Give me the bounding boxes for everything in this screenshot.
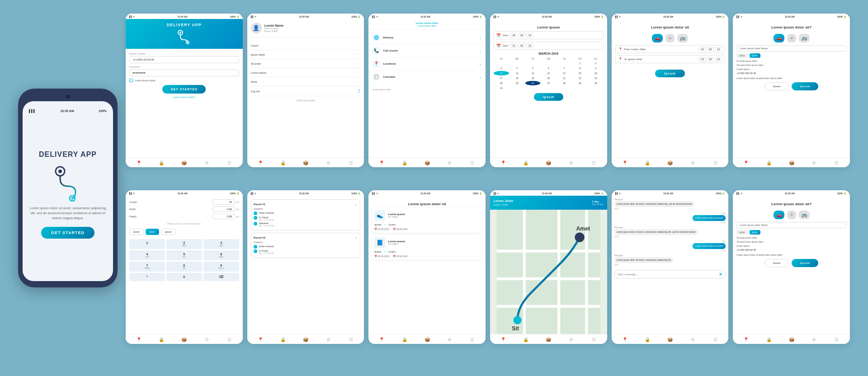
service-delivery[interactable]: 🌐 Delivery ⌄ (368, 31, 486, 44)
footer-location-icon[interactable]: 📍 (500, 337, 506, 342)
chat-input[interactable] (618, 273, 717, 276)
calendar-btn[interactable]: Ipsum (534, 93, 564, 101)
footer-menu-icon[interactable]: ☰ (591, 337, 597, 342)
footer-gear-icon[interactable]: ⚙ (690, 160, 695, 165)
num-5[interactable]: 5JKL (166, 250, 202, 260)
footer-lock-icon[interactable]: 🔒 (645, 160, 650, 165)
cal-11[interactable]: 11 (509, 71, 525, 75)
footer-location-icon[interactable]: 📍 (379, 160, 384, 165)
unit-lorem[interactable]: lorem (129, 229, 144, 235)
num-0[interactable]: 0 (166, 273, 202, 281)
cal-31[interactable]: 31 (494, 86, 509, 90)
footer-gear-icon[interactable]: ⚙ (568, 160, 574, 165)
footer-location-icon[interactable]: 📍 (500, 160, 506, 165)
footer-lock-icon[interactable]: 🔒 (159, 337, 164, 342)
footer-box-icon[interactable]: 📦 (667, 160, 673, 165)
footer-location-icon[interactable]: 📍 (136, 337, 142, 342)
unit-ipsum[interactable]: ipsum (161, 229, 176, 235)
get-started-button[interactable]: GET STARTED (41, 227, 94, 239)
cd-car[interactable]: 🚗 (774, 211, 784, 219)
cd-bus[interactable]: 🚌 (799, 211, 810, 219)
cal-10-today[interactable]: 10 (494, 71, 509, 75)
num-3[interactable]: 3DEF (203, 239, 239, 249)
cal-15[interactable]: 15 (572, 71, 588, 75)
footer-gear-icon[interactable]: ⚙ (811, 160, 817, 165)
footer-location-icon[interactable]: 📍 (743, 160, 749, 165)
contact-cancel-btn[interactable]: Ipsum (764, 82, 789, 90)
service-calculate[interactable]: 📋 Calculate ⌄ (368, 70, 486, 84)
order-1[interactable]: 👟 Lorem ipsum SIT AMET Ipsum → Lorem 📅 2… (372, 208, 482, 233)
footer-box-icon[interactable]: 📦 (667, 337, 673, 342)
login-link[interactable]: Lorem ipsum dolor? (129, 96, 239, 99)
footer-box-icon[interactable]: 📦 (181, 337, 187, 342)
footer-menu-icon[interactable]: ☰ (834, 337, 840, 342)
footer-menu-icon[interactable]: ☰ (348, 337, 354, 342)
menu-item-lorem-ipsum[interactable]: Lorem ipsum› (251, 68, 361, 77)
num-backspace[interactable]: ⌫ (203, 273, 239, 281)
checkbox[interactable]: ✓ (129, 79, 133, 82)
bus-btn[interactable]: 🚌 (677, 34, 688, 42)
cal-18[interactable]: 18 (509, 76, 525, 80)
footer-menu-icon[interactable]: ☰ (834, 160, 840, 165)
transport-btn[interactable]: Ipsum (655, 70, 685, 77)
footer-box-icon[interactable]: 📦 (789, 160, 794, 165)
footer-menu-icon[interactable]: ☰ (227, 337, 232, 342)
cd-name-field[interactable]: Lorem ipsum dolor Name (736, 222, 846, 228)
num-8[interactable]: 8TUV (166, 262, 202, 272)
num-9[interactable]: 9WXYZ (203, 262, 239, 272)
cal-8[interactable]: 8 (572, 66, 588, 70)
footer-lock-icon[interactable]: 🔒 (645, 337, 650, 342)
cal-29[interactable]: 29 (572, 81, 588, 85)
plane-btn[interactable]: ✈ (665, 34, 675, 42)
footer-menu-icon[interactable]: ☰ (227, 160, 232, 165)
footer-location-icon[interactable]: 📍 (743, 337, 749, 342)
contact-confirm-btn[interactable]: Ipsum (792, 82, 818, 90)
footer-location-icon[interactable]: 📍 (379, 337, 384, 342)
cal-19[interactable]: 19 (525, 76, 541, 80)
footer-gear-icon[interactable]: ⚙ (568, 337, 574, 342)
footer-menu-icon[interactable]: ☰ (712, 337, 718, 342)
footer-menu-icon[interactable]: ☰ (470, 337, 475, 342)
contact-plane[interactable]: ✈ (787, 34, 796, 42)
footer-lock-icon[interactable]: 🔒 (766, 160, 772, 165)
num-4[interactable]: 4GHI (129, 250, 165, 260)
footer-box-icon[interactable]: 📦 (789, 337, 794, 342)
dolor-badge[interactable]: dolor (736, 53, 747, 58)
contact-bus[interactable]: 🚌 (799, 34, 810, 42)
parcel-2-chevron[interactable]: ⌄ (354, 235, 358, 240)
dolor-active-badge[interactable]: dolor (750, 53, 760, 58)
footer-gear-icon[interactable]: ⚙ (447, 337, 453, 342)
footer-location-icon[interactable]: 📍 (622, 160, 627, 165)
footer-lock-icon[interactable]: 🔒 (402, 337, 407, 342)
cal-1[interactable]: 1 (572, 61, 588, 66)
cal-4[interactable]: 4 (509, 66, 525, 70)
date-field-2[interactable]: 📅 Date: 31 06 19 (494, 42, 604, 50)
cal-16[interactable]: 16 (588, 71, 604, 75)
cal-2[interactable]: 2 (588, 61, 604, 66)
menu-item-dolor[interactable]: Dolor› (251, 77, 361, 86)
service-call-courier[interactable]: 📞 Call courier ⌄ (368, 44, 486, 57)
cal-30[interactable]: 30 (588, 81, 604, 85)
name-field[interactable]: Lorem ipsum dolor Name (736, 45, 846, 52)
num-6[interactable]: 6MNO (203, 250, 239, 260)
footer-location-icon[interactable]: 📍 (258, 337, 263, 342)
service-locations[interactable]: 📍 Locations ⌄ (368, 57, 486, 70)
cal-12[interactable]: 12 (525, 71, 541, 75)
footer-lock-icon[interactable]: 🔒 (280, 337, 286, 342)
footer-lock-icon[interactable]: 🔒 (402, 160, 407, 165)
send-icon[interactable]: ➤ (719, 272, 722, 277)
footer-box-icon[interactable]: 📦 (425, 337, 430, 342)
footer-box-icon[interactable]: 📦 (181, 160, 187, 165)
cal-22[interactable]: 22 (572, 76, 588, 80)
length-input[interactable] (212, 199, 235, 205)
num-2[interactable]: 2ABC (166, 239, 202, 249)
footer-location-icon[interactable]: 📍 (622, 337, 627, 342)
cd-plane[interactable]: ✈ (787, 211, 796, 219)
menu-item-logout[interactable]: Log out ⤴ (251, 86, 361, 96)
menu-item-ipsum-dolor[interactable]: Ipsum dolor› (251, 50, 361, 59)
cal-20[interactable]: 20 (541, 76, 556, 80)
num-7[interactable]: 7PQRS (129, 262, 165, 272)
cal-24[interactable]: 24 (494, 81, 509, 85)
login-get-started[interactable]: GET STARTED (162, 85, 206, 94)
footer-box-icon[interactable]: 📦 (303, 337, 308, 342)
